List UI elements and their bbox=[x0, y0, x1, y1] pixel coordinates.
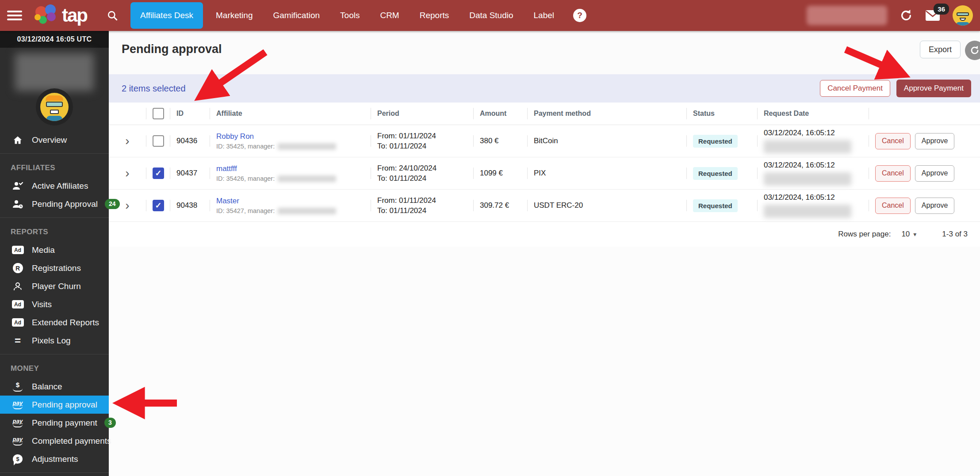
redacted-request-meta bbox=[764, 205, 851, 218]
page-title: Pending approval bbox=[122, 42, 222, 56]
affiliate-link[interactable]: Master bbox=[216, 197, 371, 206]
row-checkbox[interactable] bbox=[153, 168, 164, 179]
tab-affiliates-desk[interactable]: Affiliates Desk bbox=[130, 2, 203, 29]
cell-amount: 309.72 € bbox=[473, 201, 527, 210]
page-header: Pending approval Export bbox=[109, 31, 980, 74]
sidebar-item-active-affiliates[interactable]: Active Affiliates bbox=[0, 177, 109, 195]
cancel-payment-button[interactable]: Cancel Payment bbox=[820, 80, 890, 97]
sidebar-item-extended-reports[interactable]: Ad Extended Reports bbox=[0, 313, 109, 331]
table-row: › 90437 mattfff ID: 35426, manager: From… bbox=[109, 157, 980, 190]
sidebar-item-pending-approval-money[interactable]: pay Pending approval bbox=[0, 396, 109, 414]
tap-logo-icon bbox=[34, 3, 60, 28]
sidebar-item-registrations[interactable]: R Registrations bbox=[0, 259, 109, 277]
redacted-manager-name bbox=[278, 143, 336, 150]
sidebar-item-label: Player Churn bbox=[32, 282, 81, 291]
table-pagination: Rows per page: 10 ▾ 1-3 of 3 bbox=[109, 222, 980, 247]
expand-chevron-icon[interactable]: › bbox=[125, 167, 129, 179]
select-all-checkbox[interactable] bbox=[153, 108, 164, 119]
section-reports: REPORTS bbox=[0, 222, 109, 241]
tab-crm[interactable]: CRM bbox=[370, 0, 409, 31]
sidebar-item-balance[interactable]: $ Balance bbox=[0, 377, 109, 396]
sidebar-menu: Overview AFFILIATES Active Affiliates Pe… bbox=[0, 131, 109, 473]
redacted-request-meta bbox=[764, 172, 851, 186]
sidebar-avatar[interactable] bbox=[40, 93, 69, 121]
navbar-right-cluster: 36 bbox=[807, 5, 980, 26]
row-cancel-button[interactable]: Cancel bbox=[875, 165, 911, 182]
sidebar-item-label: Pending Approval bbox=[32, 199, 98, 209]
cell-period: From: 01/11/2024 To: 01/11/2024 bbox=[371, 131, 473, 151]
row-approve-button[interactable]: Approve bbox=[915, 133, 955, 149]
sidebar-item-label: Pending approval bbox=[32, 400, 97, 410]
header-status[interactable]: Status bbox=[686, 110, 757, 118]
sidebar-item-pixels-log[interactable]: = Pixels Log bbox=[0, 331, 109, 350]
pending-payment-count-badge: 3 bbox=[104, 418, 116, 428]
redacted-request-meta bbox=[764, 140, 851, 153]
cell-request-date: 03/12/2024, 16:05:12 bbox=[757, 129, 869, 153]
row-approve-button[interactable]: Approve bbox=[915, 165, 955, 182]
sidebar-item-label: Pending payment bbox=[32, 418, 97, 428]
hamburger-menu-icon[interactable] bbox=[7, 11, 22, 20]
tab-data-studio[interactable]: Data Studio bbox=[459, 0, 523, 31]
approve-payment-button[interactable]: Approve Payment bbox=[896, 80, 971, 97]
sidebar-item-label: Visits bbox=[32, 300, 52, 309]
header-request-date[interactable]: Request Date bbox=[757, 110, 869, 118]
expand-chevron-icon[interactable]: › bbox=[125, 135, 129, 147]
tab-tools[interactable]: Tools bbox=[330, 0, 370, 31]
sidebar-item-visits[interactable]: Ad Visits bbox=[0, 295, 109, 313]
tab-reports[interactable]: Reports bbox=[410, 0, 459, 31]
header-amount[interactable]: Amount bbox=[473, 110, 527, 118]
brand-name: tap bbox=[62, 5, 87, 26]
header-id[interactable]: ID bbox=[170, 110, 210, 118]
cell-status: Requested bbox=[686, 135, 757, 148]
sidebar-item-completed-payments[interactable]: pay Completed payments bbox=[0, 432, 109, 450]
row-checkbox[interactable] bbox=[153, 135, 164, 147]
selection-actions: Cancel Payment Approve Payment bbox=[820, 80, 971, 97]
sidebar-item-label: Overview bbox=[32, 135, 67, 145]
refresh-icon[interactable] bbox=[900, 9, 913, 22]
user-avatar[interactable] bbox=[953, 5, 973, 26]
search-icon[interactable] bbox=[107, 10, 118, 21]
sidebar-item-media[interactable]: Ad Media bbox=[0, 241, 109, 259]
table-refresh-icon[interactable] bbox=[965, 41, 980, 60]
row-cancel-button[interactable]: Cancel bbox=[875, 198, 911, 214]
table-row: › 90438 Master ID: 35427, manager: From:… bbox=[109, 190, 980, 222]
help-icon[interactable]: ? bbox=[573, 9, 586, 22]
tab-gamification[interactable]: Gamification bbox=[263, 0, 330, 31]
sidebar-item-pending-payment[interactable]: pay Pending payment 3 bbox=[0, 414, 109, 432]
row-checkbox[interactable] bbox=[153, 200, 164, 211]
row-expander-cell: › bbox=[109, 167, 146, 179]
sidebar-item-player-churn[interactable]: Player Churn bbox=[0, 277, 109, 295]
select-all-checkbox-cell bbox=[146, 108, 170, 119]
header-affiliate[interactable]: Affiliate bbox=[210, 110, 371, 118]
sidebar-item-label: Registrations bbox=[32, 263, 81, 273]
divider bbox=[0, 153, 109, 154]
tab-marketing[interactable]: Marketing bbox=[206, 0, 263, 31]
redacted-search-box[interactable] bbox=[807, 6, 887, 25]
sidebar-item-label: Media bbox=[32, 245, 55, 255]
affiliate-link[interactable]: Robby Ron bbox=[216, 132, 371, 141]
chevron-down-icon: ▾ bbox=[913, 231, 916, 238]
affiliate-link[interactable]: mattfff bbox=[216, 164, 371, 173]
row-approve-button[interactable]: Approve bbox=[915, 198, 955, 214]
sidebar-item-overview[interactable]: Overview bbox=[0, 131, 109, 149]
utc-timestamp: 03/12/2024 16:05 UTC bbox=[0, 31, 109, 48]
cell-payment-method: PIX bbox=[527, 169, 686, 178]
cell-id: 90436 bbox=[170, 137, 210, 145]
sidebar-item-adjustments[interactable]: $ Adjustments bbox=[0, 450, 109, 468]
mail-icon[interactable]: 36 bbox=[925, 10, 940, 21]
sidebar-item-pending-approval-affiliates[interactable]: Pending Approval 24 bbox=[0, 195, 109, 213]
sidebar-avatar-wrap bbox=[0, 91, 109, 129]
row-cancel-button[interactable]: Cancel bbox=[875, 133, 911, 149]
cell-request-date: 03/12/2024, 16:05:12 bbox=[757, 161, 869, 186]
status-badge: Requested bbox=[693, 135, 738, 148]
cell-payment-method: USDT ERC-20 bbox=[527, 201, 686, 210]
rows-per-page-select[interactable]: 10 ▾ bbox=[901, 230, 916, 239]
status-badge: Requested bbox=[693, 167, 738, 180]
rows-per-page-label: Rows per page: bbox=[838, 230, 891, 239]
header-period[interactable]: Period bbox=[371, 110, 473, 118]
tab-label[interactable]: Label bbox=[524, 0, 565, 31]
header-payment-method[interactable]: Payment method bbox=[527, 110, 686, 118]
export-button[interactable]: Export bbox=[920, 41, 961, 58]
expand-chevron-icon[interactable]: › bbox=[125, 199, 129, 212]
affiliate-sub-text: ID: 35425, manager: bbox=[216, 143, 275, 150]
